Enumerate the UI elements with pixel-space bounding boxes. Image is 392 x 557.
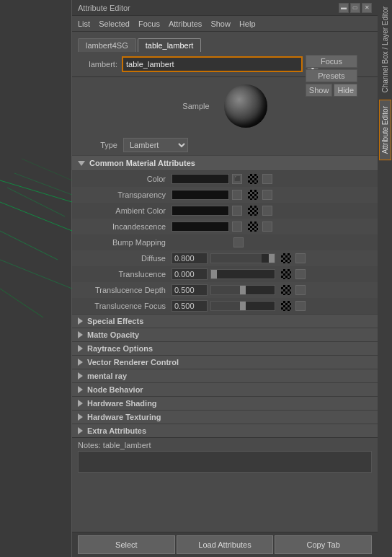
svg-line-0 [0,180,72,202]
title-bar-controls: ▬ ▭ ✕ [339,3,372,13]
translucence-slider[interactable] [210,269,275,279]
attr-name-bump: Bump Mapping [78,238,172,247]
section-mental-ray[interactable]: mental ray [72,369,378,382]
triangle-hardware-shading [78,400,83,407]
triangle-mental-ray [78,372,83,380]
svg-line-2 [0,231,58,260]
viewport-panel [0,0,72,557]
map-btn-translucence[interactable] [295,269,306,279]
translucence-depth-value[interactable] [172,284,208,296]
translucence-value[interactable] [172,268,208,280]
map-btn-bump[interactable] [233,237,244,247]
show-button[interactable]: Show [306,84,333,97]
attr-row-translucence: Translucence [72,266,378,282]
copy-tab-button[interactable]: Copy Tab [275,535,372,554]
attr-name-transparency: Transparency [78,190,172,199]
diffuse-slider[interactable] [210,253,275,263]
menu-help[interactable]: Help [239,19,256,28]
select-button[interactable]: Select [78,535,175,554]
color-swatch-color[interactable] [172,174,229,184]
label-vector-renderer: Vector Renderer Control [87,358,179,367]
color-swatch-ambient[interactable] [172,206,229,216]
checker-ambient[interactable] [248,206,258,216]
svg-line-4 [0,260,72,289]
bottom-bar: Select Load Attributes Copy Tab [72,532,378,557]
name-input[interactable] [122,56,303,72]
translucence-focus-slider[interactable] [210,301,275,311]
triangle-raytrace [78,345,83,352]
right-action-buttons: Focus Presets Show Hide [306,55,357,97]
attr-row-translucence-focus: Translucence Focus [72,298,378,314]
attr-row-color: Color ⬛ [72,171,378,187]
attribute-editor: Attribute Editor ▬ ▭ ✕ List Selected Foc… [72,0,378,557]
section-hardware-texturing[interactable]: Hardware Texturing [72,410,378,424]
scrollable-content[interactable]: Sample Type Lambert Blinn Phong Common M… [72,77,378,532]
section-hardware-shading[interactable]: Hardware Shading [72,396,378,410]
checker-translucence-focus[interactable] [281,301,291,311]
triangle-matte-opacity [78,331,83,338]
title-bar-title: Attribute Editor [78,4,130,12]
section-node-behavior[interactable]: Node Behavior [72,382,378,396]
type-select[interactable]: Lambert Blinn Phong [123,138,188,152]
checker-transparency[interactable] [248,190,258,200]
diffuse-value[interactable] [172,253,208,264]
show-hide-row: Show Hide [306,84,357,97]
section-raytrace[interactable]: Raytrace Options [72,341,378,355]
checker-diffuse[interactable] [281,253,291,263]
menu-focus[interactable]: Focus [138,19,160,28]
map-btn-diffuse[interactable] [295,253,306,263]
menu-show[interactable]: Show [210,19,231,28]
label-hardware-texturing: Hardware Texturing [87,413,161,421]
color-swatch-incandescence[interactable] [172,222,229,232]
notes-label: Notes: table_lambert [78,441,151,449]
menu-list[interactable]: List [78,19,90,28]
section-extra-attributes[interactable]: Extra Attributes [72,424,378,437]
focus-button[interactable]: Focus [306,55,357,68]
map-btn-incandescence[interactable] [262,222,272,232]
transparency-handle [232,190,242,200]
attr-name-diffuse: Diffuse [78,254,172,263]
map-btn-transparency[interactable] [262,190,272,200]
hide-button[interactable]: Hide [334,84,357,97]
menu-attributes[interactable]: Attributes [169,19,202,28]
maximize-button[interactable]: ▭ [350,3,360,13]
label-mental-ray: mental ray [87,372,127,380]
close-button[interactable]: ✕ [362,3,372,13]
translucence-depth-slider[interactable] [210,285,275,295]
checker-translucence[interactable] [281,269,291,279]
map-btn-ambient[interactable] [262,206,272,216]
minimize-button[interactable]: ▬ [339,3,349,13]
incandescence-handle [232,222,242,232]
map-btn-color[interactable] [262,174,272,184]
load-attributes-button[interactable]: Load Attributes [177,535,274,554]
type-row: Type Lambert Blinn Phong [72,135,378,155]
attr-row-bump: Bump Mapping [72,234,378,250]
right-tab-channel-box[interactable]: Channel Box / Layer Editor [379,0,391,100]
section-special-effects[interactable]: Special Effects [72,314,378,328]
tab-table-lambert[interactable]: table_lambert [138,38,202,52]
color-swatch-transparency[interactable] [172,190,229,200]
label-raytrace: Raytrace Options [87,344,153,353]
section-vector-renderer[interactable]: Vector Renderer Control [72,355,378,369]
notes-content[interactable] [78,451,372,473]
triangle-special-effects [78,317,83,325]
triangle-hardware-texturing [78,413,83,421]
common-section-header[interactable]: Common Material Attributes [72,155,378,171]
menu-selected[interactable]: Selected [99,19,130,28]
attr-row-incandescence: Incandescence [72,219,378,234]
presets-button[interactable]: Presets [306,69,357,82]
notes-section: Notes: table_lambert [72,437,378,475]
attr-row-ambient: Ambient Color [72,203,378,219]
checker-translucence-depth[interactable] [281,285,291,295]
map-btn-translucence-focus[interactable] [295,301,306,311]
svg-line-6 [0,289,43,317]
checker-color[interactable] [248,174,258,184]
tab-lambert4sg[interactable]: lambert4SG [78,38,136,52]
checker-incandescence[interactable] [248,222,258,232]
map-btn-translucence-depth[interactable] [295,285,306,295]
label-extra-attributes: Extra Attributes [87,426,146,435]
section-matte-opacity[interactable]: Matte Opacity [72,328,378,341]
right-sidebar: Channel Box / Layer Editor Attribute Edi… [378,0,392,557]
right-tab-attribute-editor[interactable]: Attribute Editor [379,100,391,160]
translucence-focus-value[interactable] [172,300,208,312]
